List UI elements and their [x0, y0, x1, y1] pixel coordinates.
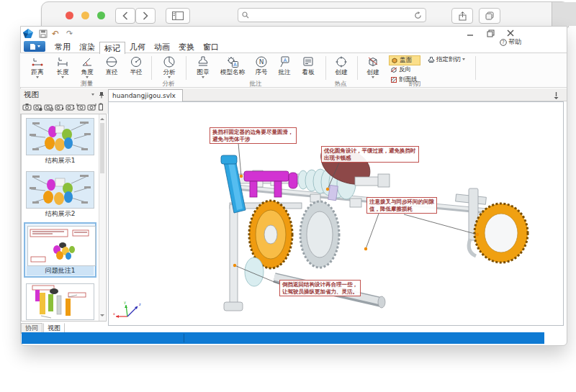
tab-chuangkou[interactable]: 窗口: [199, 42, 223, 53]
tab-donghua[interactable]: 动画: [150, 42, 174, 53]
app-restore-button[interactable]: [487, 29, 495, 37]
sidebar-scrollbar[interactable]: [99, 114, 105, 321]
distance-icon: [31, 55, 44, 68]
model-name-button[interactable]: A 模型名称: [216, 55, 249, 83]
annotation-line: 让驾驶员操纵更加省力、灵活。: [282, 288, 358, 296]
section-create-button[interactable]: 创建: [361, 55, 384, 83]
stamp-button[interactable]: 图章: [192, 55, 215, 83]
update-view-icon[interactable]: [33, 103, 42, 111]
thumbnail-label: 结构展示2: [26, 209, 94, 218]
section-capface-button[interactable]: 盖面: [389, 55, 420, 65]
view-thumbnail[interactable]: [26, 118, 94, 155]
document-icon: [30, 43, 36, 50]
delete-view-icon[interactable]: [98, 103, 104, 111]
section-specify-button[interactable]: 指定剖切: [426, 55, 474, 64]
close-traffic-light[interactable]: [66, 12, 73, 19]
play-views-icon[interactable]: [55, 103, 64, 111]
share-button[interactable]: [451, 8, 473, 24]
tab-strip-pin-icon[interactable]: [553, 91, 559, 99]
ribbon-separator: [186, 56, 186, 80]
annotation-line: 出现卡顿感: [324, 155, 416, 162]
measure-angle-button[interactable]: 角度: [75, 55, 99, 83]
undo-icon[interactable]: ↶: [52, 29, 59, 39]
tab-bianhuan[interactable]: 变换: [174, 42, 199, 53]
thumbnail-image-structure1: [27, 119, 94, 155]
tabs-icon: [485, 12, 494, 20]
sidebar-icon: [172, 12, 184, 20]
restore-icon: [487, 29, 495, 37]
prev-view-icon[interactable]: [76, 103, 86, 111]
help-button[interactable]: ? 帮助: [500, 37, 521, 47]
ribbon-separator: [151, 56, 152, 80]
svg-text:?: ?: [502, 40, 504, 45]
minimize-traffic-light[interactable]: [81, 12, 89, 19]
scroll-up-icon[interactable]: [100, 116, 104, 120]
save-icon[interactable]: [39, 29, 48, 38]
gear-shift-assembly-model: [202, 148, 534, 324]
redo-icon[interactable]: ↷: [66, 29, 73, 38]
file-menu-button[interactable]: [24, 41, 45, 52]
tab-changyong[interactable]: 常用: [50, 42, 75, 53]
sidebar-toggle-button[interactable]: [166, 8, 190, 24]
annotation-line: 注意拨叉与同步环间的间隙: [369, 199, 434, 206]
sequence-number-button[interactable]: N 序号: [251, 55, 272, 83]
thumbnail-image-structure2: [27, 172, 94, 208]
address-bar[interactable]: [238, 8, 426, 22]
section-cube-icon: [366, 55, 379, 68]
annotate-icon: A: [278, 55, 291, 68]
view-panel-title: 视图: [24, 90, 39, 100]
measure-length-button[interactable]: 长度: [50, 55, 75, 83]
measure-distance-button[interactable]: 距离: [25, 55, 50, 83]
reload-icon[interactable]: [414, 12, 422, 19]
app-minimize-button[interactable]: [467, 31, 474, 37]
annotation-note[interactable]: 倒挡返回结构设计再合理一些， 让驾驶员操纵更加省力、灵活。: [279, 280, 361, 296]
new-tab-button[interactable]: +: [552, 2, 576, 26]
caret-down-icon: [462, 58, 465, 62]
thumbnail-label: 结构展示1: [26, 156, 94, 165]
view-thumbnail[interactable]: [26, 283, 94, 320]
annotation-line: 避免与壳体干涉: [212, 136, 294, 143]
app-close-button[interactable]: [507, 29, 514, 37]
scroll-down-icon[interactable]: [100, 314, 104, 319]
create-view-icon[interactable]: [22, 103, 32, 111]
rename-view-icon[interactable]: [44, 103, 53, 111]
group-label-analysis: 分析: [154, 80, 183, 87]
tab-xuanran[interactable]: 渲染: [75, 42, 99, 53]
search-icon: [242, 12, 249, 19]
thumbnail-image-problem-annotation: [27, 226, 96, 266]
document-tab[interactable]: huandangjigou.svlx: [108, 89, 183, 101]
forward-button[interactable]: [135, 8, 156, 24]
annotate-button[interactable]: A 批注: [274, 55, 295, 83]
pin-icon[interactable]: [99, 91, 104, 99]
tab-biaoji[interactable]: 标记: [99, 42, 125, 54]
model-viewport[interactable]: 换挡杆固定器的边角要尽量圆滑， 避免与壳体干涉 优化圆角设计，平缓过渡，避免换挡…: [108, 101, 564, 326]
sequence-icon: N: [255, 55, 268, 68]
group-label-hotspot: 热点: [327, 80, 354, 87]
sort-views-icon[interactable]: [66, 103, 75, 111]
close-icon: [507, 29, 514, 37]
annotation-note[interactable]: 换挡杆固定器的边角要尽量圆滑， 避免与壳体干涉: [210, 127, 297, 144]
measure-radius-button[interactable]: 半径: [124, 55, 148, 83]
annotation-note[interactable]: 注意拨叉与同步环间的间隙 值，降低摩擦损耗: [366, 197, 437, 214]
maximize-traffic-light[interactable]: [97, 12, 105, 19]
ribbon-separator: [357, 56, 358, 80]
board-icon: [302, 55, 315, 68]
hotspot-create-button[interactable]: 创建: [330, 55, 353, 83]
back-button[interactable]: [115, 8, 135, 24]
annotation-note[interactable]: 优化圆角设计，平缓过渡，避免换挡时 出现卡顿感: [321, 146, 419, 163]
board-button[interactable]: 看板: [297, 55, 320, 83]
measure-diameter-button[interactable]: 直径: [99, 55, 124, 83]
tab-jihe[interactable]: 几何: [125, 42, 150, 53]
help-label: 帮助: [508, 37, 521, 47]
next-view-icon[interactable]: [87, 103, 96, 111]
tabs-overview-button[interactable]: [479, 8, 500, 24]
stamp-icon: [197, 55, 210, 68]
scrollbar-thumb[interactable]: [100, 123, 104, 173]
group-label-section: 剖切: [359, 80, 471, 87]
section-reverse-button[interactable]: 反向: [389, 65, 419, 74]
minimize-icon: [467, 31, 474, 37]
view-thumbnail[interactable]: [26, 171, 94, 209]
specify-section-icon: [428, 56, 435, 63]
caret-down-icon[interactable]: [91, 94, 94, 97]
analysis-button[interactable]: 分析: [157, 55, 181, 83]
